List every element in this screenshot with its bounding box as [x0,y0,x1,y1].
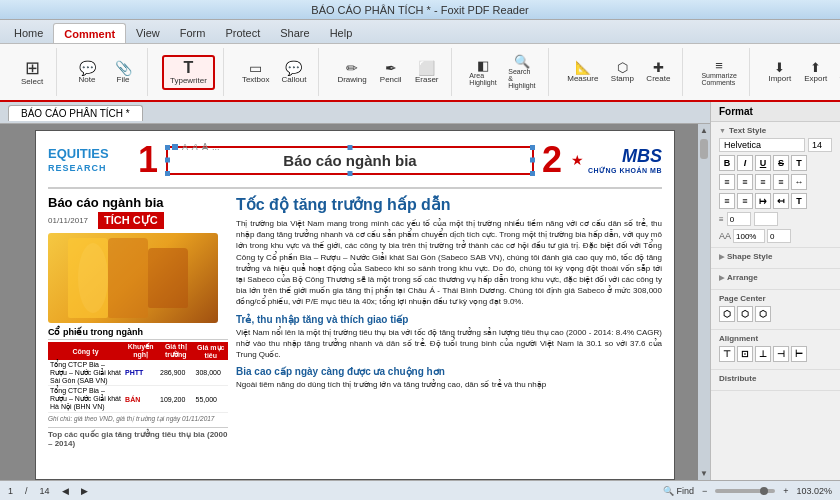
font-name-input[interactable]: Helvetica [719,138,805,152]
drawing-button[interactable]: ✏ Drawing [333,59,370,86]
indent-label: ≡ [719,215,724,224]
center-both-button[interactable]: ⬡ [755,306,771,322]
align-middle-button[interactable]: ⊡ [737,346,753,362]
center-v-button[interactable]: ⬡ [737,306,753,322]
font-size-input[interactable]: 14 [808,138,832,152]
strikethrough-button[interactable]: S [773,155,789,171]
italic-button[interactable]: I [737,155,753,171]
page-center-section: Page Center ⬡ ⬡ ⬡ [711,290,840,330]
direction-button[interactable]: ↔ [791,174,807,190]
callout-button[interactable]: 💬 Callout [277,59,310,86]
superscript-button[interactable]: T [791,155,807,171]
group-typewriter: T Typewriter [154,48,224,96]
group-textbox: ▭ Textbox 💬 Callout [230,48,319,96]
align-bottom-button[interactable]: ⊥ [755,346,771,362]
pdf-email-button[interactable]: ✉ PDF viaEmail [836,53,840,91]
align-left-edge-button[interactable]: ⊣ [773,346,789,362]
pencil-button[interactable]: ✒ Pencil [375,59,407,86]
zoom-slider[interactable] [715,489,775,493]
page-nav-prev[interactable]: ◀ [62,486,69,496]
tab-share[interactable]: Share [270,23,319,43]
alignment-section: Alignment ⊤ ⊡ ⊥ ⊣ ⊢ [711,330,840,370]
summarize-button[interactable]: ≡ SummarizeComments [697,57,740,88]
search-highlight-button[interactable]: 🔍 Search &Highlight [504,53,540,91]
typewriter-button[interactable]: T Typewriter [162,55,215,90]
tab-view[interactable]: View [126,23,170,43]
tab-help[interactable]: Help [320,23,363,43]
star-icon: ★ [571,152,584,168]
export-icon: ⬆ [810,61,821,74]
drawing-icon: ✏ [346,61,358,75]
measure-icon: 📐 [575,61,591,74]
document-area: BÁO CÁO PHÂN TÍCH * EQUITIES RESEARCH [0,102,710,480]
create-button[interactable]: ✚ Create [642,59,674,85]
list2-button[interactable]: ≡ [737,193,753,209]
scroll-down-arrow[interactable]: ▼ [698,467,710,480]
underline-button[interactable]: U [755,155,771,171]
eraser-icon: ⬜ [418,61,435,75]
export-button[interactable]: ⬆ Export [800,59,832,85]
tab-form[interactable]: Form [170,23,216,43]
typewriter-icon: T [184,60,194,76]
note-button[interactable]: 💬 Note [71,59,103,86]
find-label: 🔍 Find [663,486,694,496]
scroll-up-arrow[interactable]: ▲ [698,124,710,137]
co-phieu-title: Cổ phiếu trong ngành [48,327,228,340]
align-center-button[interactable]: ≡ [737,174,753,190]
page-inner: EQUITIES RESEARCH 1 [36,131,674,456]
select-button[interactable]: ⊞ Select [16,57,48,88]
align-left-button[interactable]: ≡ [719,174,735,190]
triangle-shape-icon: ▶ [719,253,724,261]
zoom-out-button[interactable]: − [702,486,707,496]
align-right-button[interactable]: ≡ [755,174,771,190]
rotate-button[interactable]: T [791,193,807,209]
tab-comment[interactable]: Comment [53,23,126,43]
scroll-thumb[interactable] [700,139,708,159]
tab-home[interactable]: Home [4,23,53,43]
note-icon: 💬 [79,61,96,75]
col-gia-muc: Giá mục tiêu [194,342,228,360]
indent-value-box[interactable]: 0 [727,212,751,226]
scale-value-box[interactable]: 100% [733,229,765,243]
group-drawing: ✏ Drawing ✒ Pencil ⬜ Eraser [325,48,451,96]
file-button[interactable]: 📎 File [107,59,139,86]
tab-protect[interactable]: Protect [215,23,270,43]
alignment-title: Alignment [719,334,832,343]
scale-row: AA 100% 0 [719,229,832,243]
align-row: ≡ ≡ ≡ ≡ ↔ [719,174,832,190]
list-button[interactable]: ≡ [719,193,735,209]
ribbon-tabs: Home Comment View Form Protect Share Hel… [0,20,840,44]
align-right-edge-button[interactable]: ⊢ [791,346,807,362]
align-top-button[interactable]: ⊤ [719,346,735,362]
page-nav-next[interactable]: ▶ [81,486,88,496]
col-company: Công ty [48,342,123,360]
outdent-button[interactable]: ↤ [773,193,789,209]
select-label: Select [21,77,43,86]
mbs-logo: ★ MBS CHỨNG KHOÁN MB [562,146,662,175]
scale-value2-box[interactable]: 0 [767,229,791,243]
khuyen-2: BÁN [123,386,158,413]
center-h-button[interactable]: ⬡ [719,306,735,322]
zoom-in-button[interactable]: + [783,486,788,496]
indent-value2-box[interactable] [754,212,778,226]
align-justify-button[interactable]: ≡ [773,174,789,190]
create-icon: ✚ [653,61,664,74]
indent-button[interactable]: ↦ [755,193,771,209]
area-highlight-button[interactable]: ◧ AreaHighlight [466,57,501,88]
eraser-button[interactable]: ⬜ Eraser [411,59,443,86]
document-content[interactable]: EQUITIES RESEARCH 1 [0,124,710,480]
vertical-scrollbar[interactable]: ▲ ▼ [698,124,710,480]
page-separator: / [25,486,28,496]
page-center-buttons: ⬡ ⬡ ⬡ [719,306,832,322]
bold-button[interactable]: B [719,155,735,171]
total-pages: 14 [40,486,50,496]
zoom-thumb[interactable] [760,487,768,495]
group-highlight: ◧ AreaHighlight 🔍 Search &Highlight [458,48,550,96]
doc-tab-item[interactable]: BÁO CÁO PHÂN TÍCH * [8,105,143,121]
titlebar: BÁO CÁO PHÂN TÍCH * - Foxit PDF Reader [0,0,840,20]
section2-title: Trẻ, thu nhập tăng và thích giao tiếp [236,314,662,325]
textbox-button[interactable]: ▭ Textbox [238,59,274,86]
stamp-button[interactable]: ⬡ Stamp [606,59,638,85]
measure-button[interactable]: 📐 Measure [563,59,602,85]
import-button[interactable]: ⬇ Import [764,59,796,85]
